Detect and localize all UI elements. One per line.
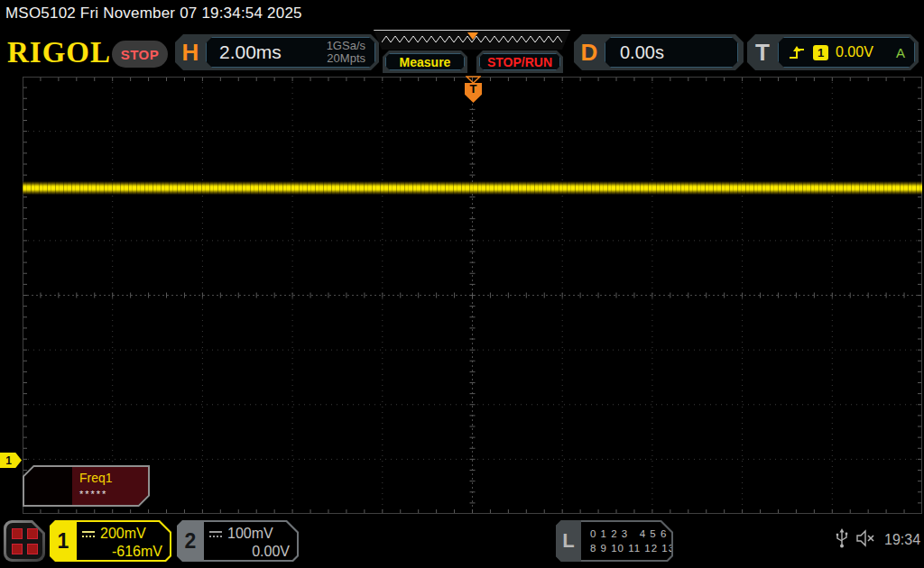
trigger-label: T (747, 39, 778, 67)
delay-panel: 0.00s (605, 37, 738, 68)
trigger-mode: A (896, 45, 905, 60)
measure-button-label: Measure (400, 55, 451, 69)
channel1-marker-label: 1 (5, 454, 12, 467)
horizontal-settings[interactable]: H 2.00ms 1GSa/s 20Mpts (175, 34, 379, 70)
measurement-popup-spacer (24, 467, 72, 505)
dc-coupling-icon (82, 531, 95, 537)
channel1-offset: -616mV (112, 543, 162, 561)
channel2-number: 2 (177, 520, 204, 562)
logic-row-0-7: 0 1 2 3 4 5 6 7 (590, 527, 671, 541)
trigger-settings[interactable]: T 1 0.00V A (747, 34, 919, 70)
rigol-logo: RIGOL (7, 36, 111, 69)
speaker-muted-icon (855, 529, 877, 547)
timebase-value: 2.00ms (219, 41, 282, 63)
run-state-label: STOP (121, 47, 160, 62)
sample-rate: 1GSa/s (327, 39, 365, 52)
measure-button[interactable]: Measure (383, 50, 467, 73)
clock: 19:34 (884, 532, 920, 548)
oscilloscope-screen: MSO5102 Fri November 07 19:34:54 2025 RI… (0, 0, 924, 568)
run-state-badge: STOP (112, 41, 168, 68)
trigger-source-badge: 1 (813, 45, 828, 60)
waveform-preview-strip[interactable] (374, 30, 570, 50)
trigger-panel: 1 0.00V A (778, 37, 915, 68)
channel2-scale: 100mV (227, 525, 273, 543)
acquisition-rates: 1GSa/s 20Mpts (327, 40, 365, 66)
usb-icon (836, 528, 848, 548)
delay-settings[interactable]: D 0.00s (574, 34, 744, 70)
channel1-position-marker[interactable]: 1 (0, 453, 22, 468)
waveform-display: T (23, 77, 922, 514)
measurement-popup[interactable]: Freq1 ***** (23, 465, 150, 507)
delay-value: 0.00s (620, 42, 664, 63)
window-title: MSO5102 Fri November 07 19:34:54 2025 (5, 5, 302, 23)
logic-label: L (556, 520, 581, 562)
dc-coupling-icon (209, 531, 222, 537)
logic-row-8-15: 8 9 10 11 12 13 14 15 (590, 541, 671, 555)
channel1-trace (23, 181, 922, 195)
delay-label: D (574, 39, 605, 67)
trigger-level-value: 0.00V (836, 44, 873, 60)
channel2-offset: 0.00V (252, 543, 290, 561)
measurement-value: ***** (79, 489, 141, 499)
grid-menu-icon (6, 523, 42, 559)
horizontal-label: H (175, 39, 206, 67)
stop-run-button-label: STOP/RUN (487, 55, 552, 69)
channel1-number: 1 (50, 520, 77, 562)
logic-channels-widget[interactable]: L 0 1 2 3 4 5 6 7 8 9 10 11 12 13 14 15 (556, 520, 673, 562)
channel1-scale: 200mV (100, 525, 146, 543)
trigger-marker-label: T (470, 83, 477, 96)
rising-edge-icon (788, 44, 806, 60)
channel2-widget[interactable]: 2 100mV 0.00V (177, 520, 299, 562)
channel1-widget[interactable]: 1 200mV -616mV (50, 520, 171, 562)
stop-run-button[interactable]: STOP/RUN (476, 50, 563, 73)
timebase-panel: 2.00ms 1GSa/s 20Mpts (206, 37, 375, 68)
trigger-position-outline-icon (466, 76, 481, 84)
graticule-grid (23, 77, 922, 514)
function-menu-button[interactable] (4, 520, 45, 562)
memory-depth: 20Mpts (327, 51, 365, 65)
measurement-name: Freq1 (79, 471, 141, 485)
